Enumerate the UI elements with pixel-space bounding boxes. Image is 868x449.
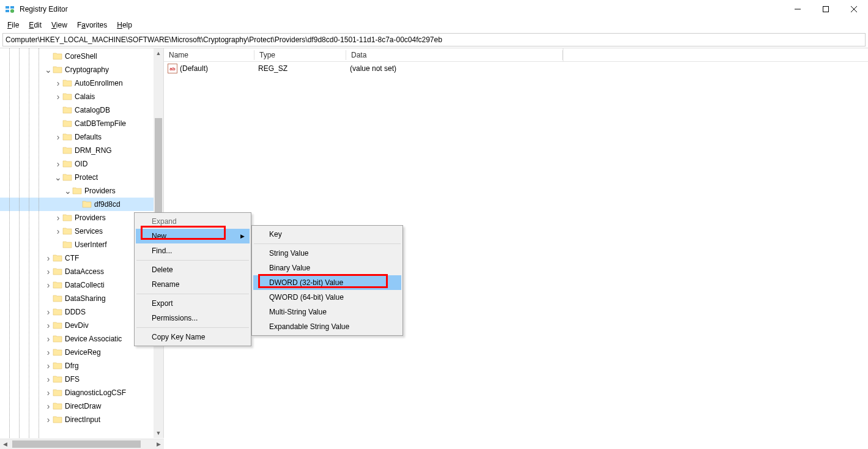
folder-icon	[53, 253, 62, 263]
scroll-right-icon[interactable]: ▶	[154, 439, 164, 449]
chevron-right-icon[interactable]: ›	[54, 159, 62, 169]
string-value-icon: ab	[168, 64, 177, 73]
chevron-right-icon[interactable]: ›	[44, 321, 53, 330]
tree-node[interactable]: CatalogDB	[0, 103, 154, 117]
menu-edit[interactable]: Edit	[24, 20, 46, 31]
tree-node[interactable]: DRM_RNG	[0, 144, 154, 157]
tree-hscroll-thumb[interactable]	[12, 440, 141, 448]
tree-node[interactable]: ›Providers	[0, 211, 154, 224]
tree-node[interactable]: ›DirectDraw	[0, 399, 154, 413]
chevron-right-icon[interactable]: ›	[44, 334, 53, 344]
submenu-item-binary-value[interactable]: Binary Value	[253, 261, 401, 275]
folder-icon	[62, 159, 72, 169]
col-name[interactable]: Name	[164, 48, 254, 62]
tree-node[interactable]: ›DataCollecti	[0, 278, 154, 292]
tree-node-label: DataAccess	[65, 267, 104, 276]
tree-node[interactable]: ›DDDS	[0, 305, 154, 319]
chevron-right-icon[interactable]: ›	[44, 361, 53, 371]
chevron-right-icon[interactable]: ›	[44, 253, 53, 263]
tree-node[interactable]: ›OID	[0, 157, 154, 171]
tree-node-label: CatalogDB	[75, 106, 110, 114]
tree-node[interactable]: CoreShell	[0, 50, 154, 63]
chevron-right-icon[interactable]: ›	[54, 213, 62, 223]
menu-help[interactable]: Help	[112, 20, 137, 31]
context-item-new[interactable]: New	[136, 229, 250, 243]
context-item-permissions[interactable]: Permissions...	[136, 311, 250, 325]
tree-node-label: DevDiv	[65, 321, 89, 330]
scroll-left-icon[interactable]: ◀	[0, 439, 10, 449]
address-input[interactable]	[6, 35, 862, 44]
chevron-right-icon[interactable]: ›	[44, 374, 53, 384]
tree-node[interactable]: ›DataAccess	[0, 265, 154, 278]
chevron-down-icon[interactable]: ⌄	[54, 173, 62, 182]
col-type[interactable]: Type	[254, 48, 346, 62]
tree-node[interactable]: ⌄Providers	[0, 184, 154, 198]
folder-icon	[62, 146, 72, 155]
chevron-right-icon[interactable]: ›	[54, 132, 62, 142]
tree-node[interactable]: ›DeviceReg	[0, 346, 154, 359]
tree-node[interactable]: ›DFS	[0, 373, 154, 386]
chevron-right-icon[interactable]: ›	[44, 267, 53, 276]
tree-node[interactable]: ›DevDiv	[0, 319, 154, 332]
menu-separator	[254, 243, 401, 244]
tree-node-label: DDDS	[65, 308, 86, 316]
menu-file[interactable]: File	[2, 20, 24, 31]
tree-node[interactable]: DataSharing	[0, 292, 154, 305]
menu-favorites[interactable]: Favorites	[72, 20, 112, 31]
chevron-right-icon[interactable]: ›	[44, 280, 53, 290]
tree-node[interactable]: ⌄Protect	[0, 171, 154, 184]
folder-icon	[72, 186, 82, 196]
tree-node[interactable]: ›DiagnosticLogCSF	[0, 386, 154, 399]
tree-node[interactable]: ›AutoEnrollmen	[0, 76, 154, 90]
chevron-right-icon[interactable]: ›	[44, 401, 53, 411]
chevron-right-icon[interactable]: ›	[54, 92, 62, 102]
tree-node[interactable]: CatDBTempFile	[0, 117, 154, 130]
tree-node[interactable]: ›Defaults	[0, 130, 154, 144]
tree-node[interactable]: ›CTF	[0, 251, 154, 265]
registry-tree[interactable]: CoreShell⌄Cryptography›AutoEnrollmen›Cal…	[0, 48, 154, 426]
value-row[interactable]: ab (Default) REG_SZ (value not set)	[164, 62, 868, 75]
tree-hscroll[interactable]: ◀ ▶	[0, 439, 164, 449]
close-button[interactable]	[840, 0, 868, 18]
context-item-rename[interactable]: Rename	[136, 277, 250, 292]
scroll-up-icon[interactable]: ▲	[154, 48, 163, 58]
tree-node[interactable]: ›Services	[0, 224, 154, 238]
col-data[interactable]: Data	[346, 48, 563, 62]
submenu-item-dword-32-bit-value[interactable]: DWORD (32-bit) Value	[253, 275, 401, 290]
chevron-right-icon[interactable]: ›	[44, 415, 53, 425]
tree-node-label: DFS	[65, 375, 80, 384]
context-submenu-new[interactable]: KeyString ValueBinary ValueDWORD (32-bit…	[251, 225, 403, 336]
tree-node[interactable]: ⌄Cryptography	[0, 63, 154, 76]
menu-view[interactable]: View	[46, 20, 72, 31]
tree-node[interactable]: ›Device Associatic	[0, 332, 154, 346]
submenu-item-string-value[interactable]: String Value	[253, 246, 401, 261]
chevron-right-icon[interactable]: ›	[44, 388, 53, 398]
chevron-right-icon[interactable]: ›	[54, 78, 62, 88]
tree-node[interactable]: ›DirectInput	[0, 413, 154, 426]
chevron-right-icon[interactable]: ›	[54, 226, 62, 236]
tree-node[interactable]: UserInterf	[0, 238, 154, 251]
submenu-item-qword-64-bit-value[interactable]: QWORD (64-bit) Value	[253, 290, 401, 305]
tree-node[interactable]: ›Dfrg	[0, 359, 154, 373]
context-item-find[interactable]: Find...	[136, 243, 250, 258]
tree-node-label: UserInterf	[75, 240, 107, 249]
minimize-button[interactable]	[784, 0, 812, 18]
scroll-down-icon[interactable]: ▼	[154, 428, 163, 438]
submenu-item-expandable-string-value[interactable]: Expandable String Value	[253, 319, 401, 334]
context-menu[interactable]: ExpandNewFind...DeleteRenameExportPermis…	[134, 212, 251, 346]
tree-node[interactable]: df9d8cd	[0, 198, 154, 211]
tree-node[interactable]: ›Calais	[0, 90, 154, 103]
tree-node-label: DRM_RNG	[75, 146, 112, 155]
chevron-right-icon[interactable]: ›	[44, 347, 53, 357]
submenu-item-multi-string-value[interactable]: Multi-String Value	[253, 305, 401, 319]
chevron-right-icon[interactable]: ›	[44, 307, 53, 317]
maximize-button[interactable]	[812, 0, 840, 18]
svg-point-4	[10, 9, 14, 13]
tree-vscroll-thumb[interactable]	[155, 118, 162, 228]
chevron-down-icon[interactable]: ⌄	[64, 186, 72, 196]
context-item-delete[interactable]: Delete	[136, 262, 250, 277]
chevron-down-icon[interactable]: ⌄	[44, 65, 53, 75]
context-item-copy-key-name[interactable]: Copy Key Name	[136, 330, 250, 344]
context-item-export[interactable]: Export	[136, 296, 250, 311]
submenu-item-key[interactable]: Key	[253, 227, 401, 242]
